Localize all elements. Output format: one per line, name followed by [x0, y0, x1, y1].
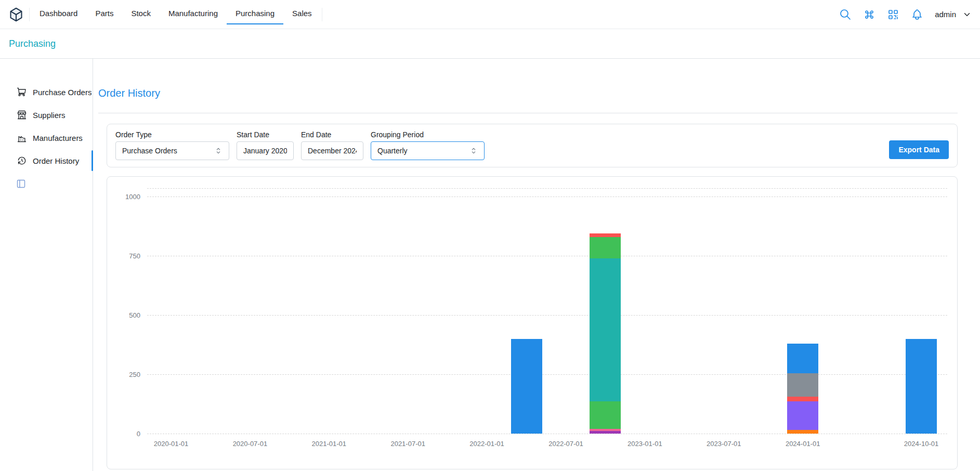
grouping-period-select[interactable]: Quarterly [371, 141, 485, 160]
bar-segment [787, 397, 818, 401]
x-tick-label: 2020-07-01 [233, 440, 268, 448]
bar-segment [906, 339, 937, 434]
y-tick-label: 500 [129, 311, 140, 319]
order-type-label: Order Type [115, 130, 229, 139]
bar-segment [590, 237, 621, 258]
grouping-period-group: Grouping Period Quarterly [371, 130, 485, 160]
bar-segment [787, 344, 818, 373]
start-date-group: Start Date [237, 130, 294, 160]
content-area: Purchase Orders Suppliers Manufacturers [0, 59, 980, 471]
sidebar-collapse-icon[interactable] [16, 178, 27, 189]
search-icon[interactable] [839, 8, 852, 21]
chart-bar[interactable] [787, 344, 818, 434]
grouping-period-value: Quarterly [377, 147, 408, 155]
y-tick-label: 250 [129, 370, 140, 378]
user-menu[interactable]: admin [935, 10, 972, 19]
order-type-value: Purchase Orders [122, 147, 177, 155]
tab-manufacturing[interactable]: Manufacturing [160, 3, 227, 24]
x-tick-label: 2020-01-01 [154, 440, 189, 448]
gridline [147, 434, 947, 434]
main-panel: Order History Order Type Purchase Orders… [93, 59, 980, 471]
sidebar-item-label: Order History [33, 156, 79, 165]
chart-bar[interactable] [511, 339, 542, 434]
sidebar-item-label: Suppliers [33, 111, 66, 120]
start-date-input[interactable] [237, 141, 294, 160]
end-date-label: End Date [301, 130, 363, 139]
y-tick-label: 0 [137, 430, 140, 438]
bar-segment [787, 373, 818, 397]
x-tick-label: 2021-07-01 [390, 440, 425, 448]
bar-segment [590, 233, 621, 237]
selector-icon [214, 147, 223, 155]
grouping-period-label: Grouping Period [371, 130, 485, 139]
tab-parts[interactable]: Parts [86, 3, 122, 24]
bar-segment [590, 429, 621, 431]
export-data-button[interactable]: Export Data [889, 140, 949, 159]
tab-purchasing[interactable]: Purchasing [227, 3, 283, 24]
bell-icon[interactable] [911, 8, 923, 21]
sidebar: Purchase Orders Suppliers Manufacturers [0, 59, 93, 471]
x-tick-label: 2024-01-01 [786, 440, 820, 448]
bar-segment [590, 431, 621, 434]
gridline [147, 197, 947, 197]
x-tick-label: 2024-10-01 [904, 440, 939, 448]
sidebar-item-suppliers[interactable]: Suppliers [0, 103, 93, 126]
app-logo-icon[interactable] [8, 7, 24, 22]
gridline [147, 315, 947, 316]
x-tick-label: 2022-07-01 [548, 440, 583, 448]
tab-dashboard[interactable]: Dashboard [31, 3, 86, 24]
x-tick-label: 2023-01-01 [628, 440, 662, 448]
command-icon[interactable] [863, 8, 876, 21]
page-title: Order History [98, 87, 958, 99]
sidebar-item-label: Purchase Orders [33, 88, 92, 97]
navbar-actions: admin [839, 8, 972, 21]
chart-bar[interactable] [590, 233, 621, 434]
bar-segment [787, 430, 818, 434]
breadcrumb-purchasing[interactable]: Purchasing [9, 38, 56, 49]
sidebar-item-manufacturers[interactable]: Manufacturers [0, 126, 93, 149]
filter-card: Order Type Purchase Orders Start Date En… [107, 124, 958, 167]
y-tick-label: 750 [129, 252, 140, 259]
chart-card: 025050075010002020-01-012020-07-012021-0… [107, 176, 958, 469]
y-tick-label: 1000 [125, 192, 140, 200]
chart-plot[interactable]: 025050075010002020-01-012020-07-012021-0… [147, 188, 947, 434]
tab-stock[interactable]: Stock [122, 3, 160, 24]
username-label: admin [935, 10, 956, 19]
gridline [147, 374, 947, 375]
sidebar-item-label: Manufacturers [33, 134, 83, 142]
bar-segment [590, 258, 621, 402]
main-nav-tabs: Dashboard Parts Stock Manufacturing Purc… [30, 0, 322, 29]
order-type-group: Order Type Purchase Orders [115, 130, 229, 160]
x-tick-label: 2023-07-01 [707, 440, 741, 448]
bar-segment [511, 339, 542, 434]
tab-sales[interactable]: Sales [283, 3, 321, 24]
sidebar-item-order-history[interactable]: Order History [0, 149, 93, 172]
building-store-icon [17, 110, 27, 120]
nav-divider-right [322, 8, 322, 21]
building-factory-icon [17, 133, 27, 143]
breadcrumb: Purchasing [0, 29, 980, 59]
shopping-cart-icon [17, 87, 27, 97]
history-icon [17, 155, 27, 166]
end-date-group: End Date [301, 130, 363, 160]
bar-segment [787, 401, 818, 430]
end-date-input[interactable] [301, 141, 363, 160]
gridline [147, 256, 947, 256]
title-divider [98, 113, 958, 113]
sidebar-item-purchase-orders[interactable]: Purchase Orders [0, 81, 93, 103]
x-tick-label: 2022-01-01 [469, 440, 504, 448]
qrcode-icon[interactable] [887, 8, 899, 21]
order-type-select[interactable]: Purchase Orders [115, 141, 229, 160]
start-date-label: Start Date [237, 130, 294, 139]
top-navbar: Dashboard Parts Stock Manufacturing Purc… [0, 0, 980, 29]
chevron-down-icon [962, 10, 972, 19]
bar-segment [590, 401, 621, 428]
chart-bar[interactable] [906, 339, 937, 434]
x-tick-label: 2021-01-01 [312, 440, 347, 448]
plot-top-border [147, 188, 947, 189]
selector-icon [469, 147, 478, 155]
